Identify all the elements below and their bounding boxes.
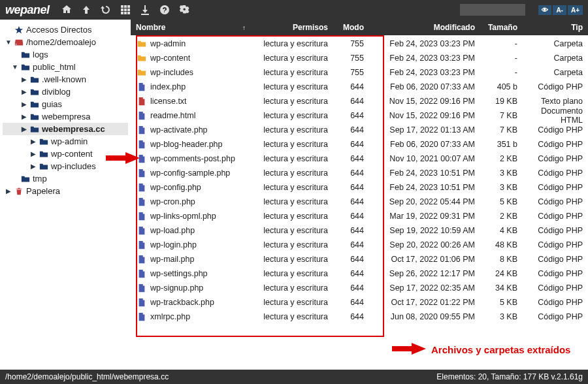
table-row[interactable]: license.txtlectura y escritura644Nov 15,… <box>131 94 588 108</box>
file-type: Código PHP <box>523 154 588 163</box>
file-modified: Feb 24, 2023 10:51 PM <box>369 168 480 178</box>
col-perm-header[interactable]: Permisos <box>255 23 333 32</box>
home-icon[interactable] <box>61 5 72 15</box>
file-mode: 644 <box>333 168 369 178</box>
table-row[interactable]: index.phplectura y escritura644Feb 06, 2… <box>131 80 588 94</box>
file-size: 48 KB <box>480 240 523 249</box>
sidebar-item[interactable]: ▶webempresa.cc <box>3 123 128 135</box>
file-perm: lectura y escritura <box>255 140 333 149</box>
table-row[interactable]: wp-activate.phplectura y escritura644Sep… <box>131 123 588 137</box>
file-name: wp-includes <box>150 68 193 77</box>
sidebar-item-label: Papelera <box>26 186 60 196</box>
sidebar-item[interactable]: ▶.well-known <box>3 73 128 86</box>
file-type: Código PHP <box>523 82 588 91</box>
file-size: 3 KB <box>480 168 523 178</box>
settings-icon[interactable] <box>179 5 189 15</box>
table-row[interactable]: wp-config-sample.phplectura y escritura6… <box>131 166 588 180</box>
table-row[interactable]: wp-load.phplectura y escritura644Sep 19,… <box>131 223 588 238</box>
file-name: wp-activate.php <box>150 125 208 135</box>
table-row[interactable]: wp-cron.phplectura y escritura644Sep 20,… <box>131 195 588 209</box>
table-row[interactable]: wp-trackback.phplectura y escritura644Oc… <box>131 295 588 310</box>
table-row[interactable]: wp-signup.phplectura y escritura644Sep 1… <box>131 281 588 295</box>
file-mode: 644 <box>333 283 369 293</box>
file-type: Código PHP <box>523 197 588 206</box>
file-modified: Feb 06, 2020 07:33 AM <box>369 82 480 91</box>
file-type: Código PHP <box>523 125 588 135</box>
file-size: - <box>480 39 523 48</box>
file-icon <box>137 82 146 91</box>
view-toggle-button[interactable]: 👁 <box>538 5 551 15</box>
file-icon <box>137 269 146 278</box>
table-row[interactable]: wp-config.phplectura y escritura644Feb 2… <box>131 180 588 195</box>
sidebar-item[interactable]: ▶guias <box>3 98 128 110</box>
table-row[interactable]: wp-comments-post.phplectura y escritura6… <box>131 152 588 166</box>
folder-icon <box>30 125 39 134</box>
file-size: 7 KB <box>480 111 523 120</box>
col-type-header[interactable]: Tip <box>523 23 588 32</box>
file-icon <box>137 298 146 307</box>
file-modified: Nov 10, 2021 00:07 AM <box>369 154 480 163</box>
grid-icon[interactable] <box>120 5 131 15</box>
sidebar-item[interactable]: logs <box>3 48 128 61</box>
table-row[interactable]: wp-blog-header.phplectura y escritura644… <box>131 137 588 152</box>
file-modified: Feb 24, 2023 03:23 PM <box>369 68 480 77</box>
table-row[interactable]: readme.htmllectura y escritura644Nov 15,… <box>131 108 588 123</box>
sidebar-item[interactable]: Accesos Directos <box>3 24 128 36</box>
download-icon[interactable] <box>140 5 150 15</box>
col-mode-header[interactable]: Modo <box>333 23 369 32</box>
folder-icon <box>39 162 48 171</box>
file-size: 3 KB <box>480 183 523 192</box>
table-row[interactable]: wp-mail.phplectura y escritura644Oct 17,… <box>131 252 588 266</box>
col-name-header[interactable]: Nombre ↑ <box>131 23 255 32</box>
view-buttons: 👁 A- A+ <box>538 5 583 15</box>
file-perm: lectura y escritura <box>255 82 333 91</box>
file-modified: Sep 20, 2022 00:26 AM <box>369 240 480 249</box>
sidebar-item[interactable]: ▶diviblog <box>3 86 128 98</box>
col-mod-header[interactable]: Modificado <box>369 23 480 32</box>
table-row[interactable]: wp-settings.phplectura y escritura644Sep… <box>131 266 588 281</box>
file-type: Código PHP <box>523 298 588 307</box>
file-perm: lectura y escritura <box>255 125 333 135</box>
file-name: wp-signup.php <box>150 283 203 293</box>
table-row[interactable]: wp-links-opml.phplectura y escritura644M… <box>131 209 588 223</box>
file-icon <box>137 197 146 206</box>
file-modified: Oct 17, 2022 01:06 PM <box>369 255 480 264</box>
folder-icon <box>137 68 146 77</box>
font-increase-button[interactable]: A+ <box>568 5 583 15</box>
table-body[interactable]: wp-adminlectura y escritura755Feb 24, 20… <box>131 35 588 370</box>
caret-icon: ▶ <box>30 150 37 157</box>
table-row[interactable]: wp-login.phplectura y escritura644Sep 20… <box>131 238 588 252</box>
search-input[interactable] <box>460 4 525 16</box>
file-type: Código PHP <box>523 212 588 221</box>
file-name: wp-login.php <box>150 240 197 249</box>
file-name: wp-cron.php <box>150 197 195 206</box>
sidebar: Accesos Directos▼/home2/demoalejologs▼pu… <box>0 20 131 370</box>
file-perm: lectura y escritura <box>255 212 333 221</box>
up-icon[interactable] <box>81 5 91 15</box>
table-row[interactable]: wp-adminlectura y escritura755Feb 24, 20… <box>131 37 588 51</box>
sidebar-item[interactable]: ▶Papelera <box>3 185 128 197</box>
file-icon <box>137 240 146 249</box>
refresh-icon[interactable] <box>101 5 111 15</box>
sidebar-item[interactable]: tmp <box>3 172 128 185</box>
font-decrease-button[interactable]: A- <box>553 5 566 15</box>
file-size: 351 b <box>480 140 523 149</box>
file-icon <box>137 140 146 149</box>
sidebar-item[interactable]: ▶webempresa <box>3 110 128 123</box>
file-type: Carpeta <box>523 54 588 63</box>
table-row[interactable]: wp-includeslectura y escritura755Feb 24,… <box>131 65 588 80</box>
file-modified: Sep 17, 2022 01:13 AM <box>369 125 480 135</box>
folder-icon <box>21 50 30 59</box>
sidebar-item[interactable]: ▼/home2/demoalejo <box>3 36 128 48</box>
col-size-header[interactable]: Tamaño <box>480 23 523 32</box>
file-icon <box>137 125 146 135</box>
caret-icon: ▶ <box>21 113 27 120</box>
table-row[interactable]: wp-contentlectura y escritura755Feb 24, … <box>131 51 588 65</box>
file-name: wp-comments-post.php <box>150 154 235 163</box>
file-perm: lectura y escritura <box>255 240 333 249</box>
sidebar-item[interactable]: ▼public_html <box>3 61 128 73</box>
table-row[interactable]: xmlrpc.phplectura y escritura644Jun 08, … <box>131 310 588 324</box>
help-icon[interactable] <box>159 5 170 15</box>
sidebar-item-label: wp-content <box>51 149 93 159</box>
sidebar-item[interactable]: ▶wp-admin <box>3 135 128 148</box>
